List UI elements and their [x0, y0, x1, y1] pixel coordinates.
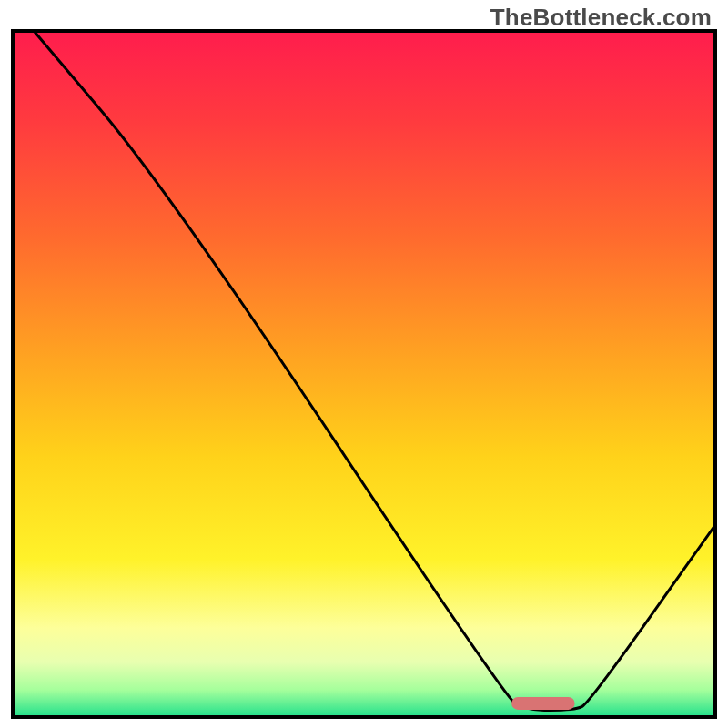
- plot-background: [13, 31, 715, 717]
- bottleneck-chart: [0, 0, 728, 728]
- optimal-marker: [511, 697, 574, 710]
- watermark-text: TheBottleneck.com: [490, 4, 712, 32]
- chart-container: { "watermark": "TheBottleneck.com", "cha…: [0, 0, 728, 728]
